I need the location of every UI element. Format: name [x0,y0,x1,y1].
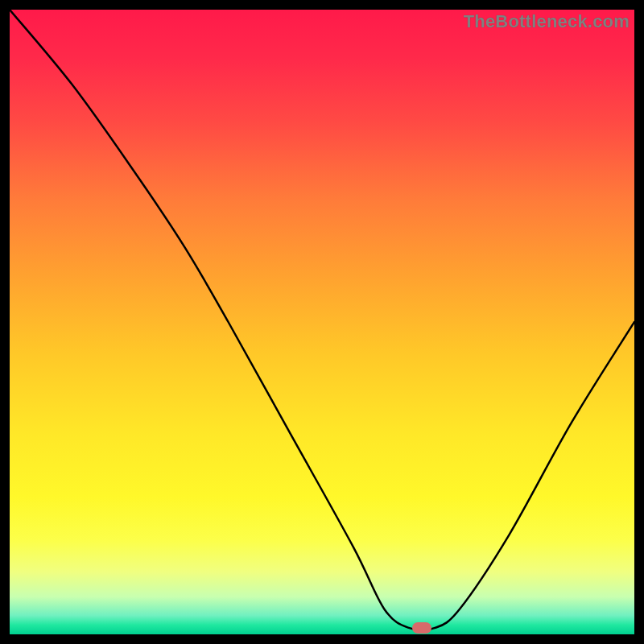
chart-frame: TheBottleneck.com [10,10,634,634]
plot-area: TheBottleneck.com [10,10,634,634]
bottleneck-curve [10,10,634,634]
watermark-label: TheBottleneck.com [464,11,630,32]
optimum-marker [412,622,431,634]
